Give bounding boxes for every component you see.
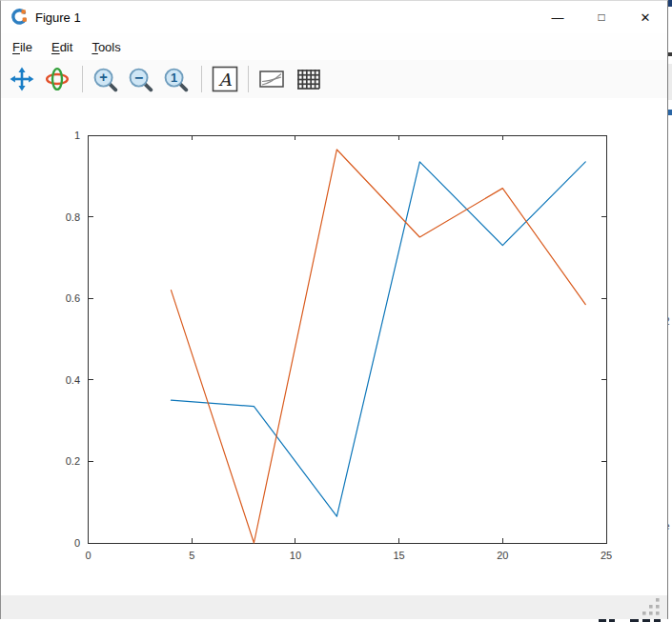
background-window-fragment: 2 e	[668, 0, 672, 619]
toolbar-separator	[201, 66, 202, 92]
status-bar	[1, 595, 667, 619]
menu-tools[interactable]: Tools	[82, 40, 130, 54]
toolbar-separator	[248, 66, 249, 92]
rotate-button[interactable]	[45, 67, 70, 91]
zoom-in-icon: +	[92, 67, 118, 92]
y-tick-label: 0.6	[66, 292, 80, 304]
y-tick-label: 0.8	[66, 211, 80, 223]
plot-canvas[interactable]: 051015202500.20.40.60.81	[1, 98, 667, 595]
minimize-button[interactable]: —	[536, 1, 580, 33]
zoom-out-icon: −	[128, 67, 153, 92]
zoom-in-button[interactable]: +	[92, 67, 118, 92]
pan-button[interactable]	[10, 67, 34, 91]
y-tick-label: 0.4	[66, 374, 80, 386]
x-tick-label: 25	[601, 550, 612, 561]
grid-button[interactable]	[295, 68, 320, 90]
zoom-original-icon: 1	[163, 67, 189, 92]
x-tick-label: 5	[189, 550, 194, 561]
x-tick-label: 15	[393, 550, 404, 561]
menu-bar: File Edit Tools	[1, 33, 667, 60]
figure-window: Figure 1 — □ ✕ File Edit Tools	[0, 0, 668, 619]
maximize-button[interactable]: □	[580, 1, 623, 33]
title-bar[interactable]: Figure 1 — □ ✕	[1, 1, 667, 33]
svg-text:A: A	[218, 70, 233, 90]
window-controls: — □ ✕	[536, 1, 667, 33]
clipped-text-fragment: e	[668, 522, 670, 532]
line-series-blue	[171, 162, 585, 516]
axes-button[interactable]	[258, 67, 285, 91]
axes-box	[89, 135, 607, 543]
x-tick-label: 20	[497, 550, 508, 561]
svg-text:1: 1	[171, 70, 177, 85]
menu-edit[interactable]: Edit	[42, 40, 82, 54]
zoom-out-button[interactable]: −	[128, 67, 153, 92]
axes-icon	[258, 67, 285, 91]
window-title: Figure 1	[35, 10, 81, 25]
toolbar-separator	[82, 66, 83, 92]
toolbar: + − 1 A	[1, 60, 667, 98]
pan-icon	[10, 67, 34, 91]
resize-grip[interactable]	[642, 598, 661, 615]
close-button[interactable]: ✕	[623, 1, 667, 33]
figure-plot[interactable]: 051015202500.20.40.60.81	[1, 98, 667, 595]
clipped-text-fragment: 2	[668, 317, 670, 327]
y-tick-label: 1	[74, 130, 80, 141]
insert-text-icon: A	[212, 66, 238, 92]
x-tick-label: 0	[85, 550, 91, 561]
line-series-orange	[171, 150, 585, 543]
menu-file[interactable]: File	[3, 40, 42, 54]
y-tick-label: 0	[74, 537, 80, 549]
figure-app-icon	[10, 9, 28, 26]
grid-icon	[295, 68, 320, 90]
zoom-original-button[interactable]: 1	[163, 67, 189, 92]
x-tick-label: 10	[290, 550, 301, 561]
y-tick-label: 0.2	[66, 455, 80, 467]
insert-text-button[interactable]: A	[212, 66, 238, 92]
svg-text:−: −	[134, 69, 143, 85]
rotate-icon	[45, 67, 70, 91]
svg-text:+: +	[99, 70, 108, 85]
